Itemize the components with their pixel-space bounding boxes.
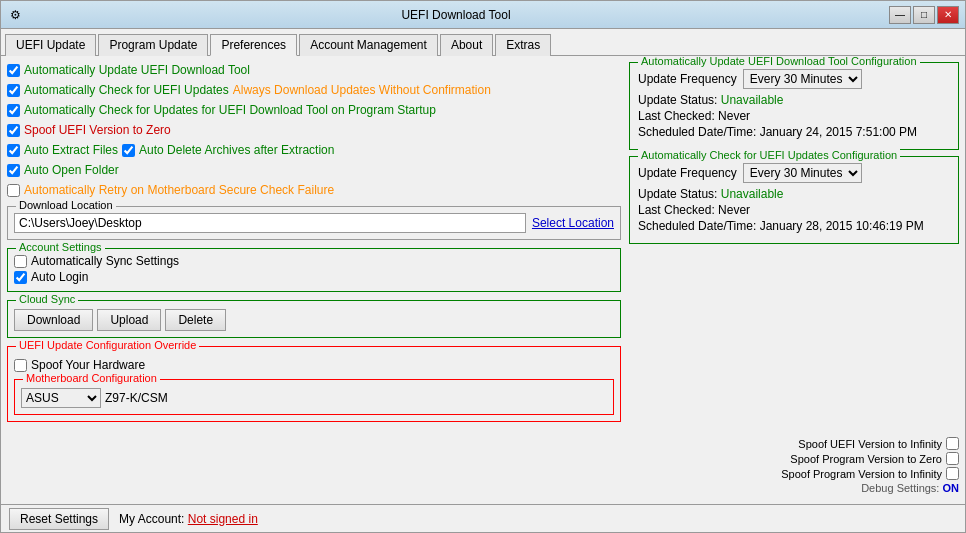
spoof-hardware-checkbox[interactable] bbox=[14, 359, 27, 372]
check-scheduled-value: January 28, 2015 10:46:19 PM bbox=[760, 219, 924, 233]
right-panel: Automatically Update UEFI Download Tool … bbox=[629, 62, 959, 498]
auto-check-uefi-config-label: Automatically Check for UEFI Updates Con… bbox=[638, 149, 900, 161]
spoof-program-zero-label: Spoof Program Version to Zero bbox=[790, 453, 942, 465]
update-status-line: Update Status: Unavailable bbox=[638, 93, 950, 107]
auto-open-label: Auto Open Folder bbox=[24, 163, 119, 177]
check-last-checked-value: Never bbox=[718, 203, 750, 217]
cloud-buttons-row: Download Upload Delete bbox=[14, 309, 614, 331]
check-status-line: Update Status: Unavailable bbox=[638, 187, 950, 201]
check-last-checked-label: Last Checked: bbox=[638, 203, 718, 217]
download-location-label: Download Location bbox=[16, 199, 116, 211]
check-freq-row: Update Frequency Every 30 Minutes bbox=[638, 163, 950, 183]
spoof-program-infinity-checkbox[interactable] bbox=[946, 467, 959, 480]
tab-preferences[interactable]: Preferences bbox=[210, 34, 297, 56]
auto-update-label: Automatically Update UEFI Download Tool bbox=[24, 63, 250, 77]
update-status-label: Update Status: bbox=[638, 93, 721, 107]
reset-settings-button[interactable]: Reset Settings bbox=[9, 508, 109, 530]
tab-uefi-update[interactable]: UEFI Update bbox=[5, 34, 96, 56]
auto-check-uefi-checkbox[interactable] bbox=[7, 84, 20, 97]
auto-login-checkbox[interactable] bbox=[14, 271, 27, 284]
auto-retry-checkbox[interactable] bbox=[7, 184, 20, 197]
debug-label: Debug Settings: bbox=[861, 482, 939, 494]
auto-retry-label: Automatically Retry on Motherboard Secur… bbox=[24, 183, 334, 197]
bottom-bar: Reset Settings My Account: Not signed in bbox=[1, 504, 965, 532]
auto-update-config-label: Automatically Update UEFI Download Tool … bbox=[638, 56, 920, 67]
auto-update-config-group: Automatically Update UEFI Download Tool … bbox=[629, 62, 959, 150]
scheduled-line: Scheduled Date/Time: January 24, 2015 7:… bbox=[638, 125, 950, 139]
check-last-checked-line: Last Checked: Never bbox=[638, 203, 950, 217]
left-panel: Automatically Update UEFI Download Tool … bbox=[7, 62, 621, 498]
window-controls: — □ ✕ bbox=[889, 6, 959, 24]
check-status-value: Unavailable bbox=[721, 187, 784, 201]
maximize-button[interactable]: □ bbox=[913, 6, 935, 24]
my-account-text: My Account: bbox=[119, 512, 184, 526]
download-button[interactable]: Download bbox=[14, 309, 93, 331]
update-freq-select[interactable]: Every 30 Minutes bbox=[743, 69, 862, 89]
app-icon: ⚙ bbox=[7, 7, 23, 23]
account-settings-group: Account Settings Automatically Sync Sett… bbox=[7, 248, 621, 292]
update-freq-label: Update Frequency bbox=[638, 72, 737, 86]
last-checked-label: Last Checked: bbox=[638, 109, 718, 123]
minimize-button[interactable]: — bbox=[889, 6, 911, 24]
bottom-left: Reset Settings My Account: Not signed in bbox=[9, 508, 258, 530]
close-button[interactable]: ✕ bbox=[937, 6, 959, 24]
tab-extras[interactable]: Extras bbox=[495, 34, 551, 56]
auto-update-checkbox[interactable] bbox=[7, 64, 20, 77]
spoof-program-zero-checkbox[interactable] bbox=[946, 452, 959, 465]
always-download-label: Always Download Updates Without Confirma… bbox=[233, 83, 491, 97]
download-location-group: Download Location Select Location bbox=[7, 206, 621, 240]
download-path-input[interactable] bbox=[14, 213, 526, 233]
scheduled-label: Scheduled Date/Time: bbox=[638, 125, 760, 139]
auto-delete-checkbox[interactable] bbox=[122, 144, 135, 157]
cloud-sync-group: Cloud Sync Download Upload Delete bbox=[7, 300, 621, 338]
auto-sync-row: Automatically Sync Settings bbox=[14, 253, 614, 269]
check-freq-select[interactable]: Every 30 Minutes bbox=[743, 163, 862, 183]
main-content: Automatically Update UEFI Download Tool … bbox=[1, 56, 965, 504]
spoof-program-infinity-label: Spoof Program Version to Infinity bbox=[781, 468, 942, 480]
auto-delete-label: Auto Delete Archives after Extraction bbox=[139, 143, 334, 157]
auto-sync-label: Automatically Sync Settings bbox=[31, 254, 179, 268]
auto-check-startup-checkbox[interactable] bbox=[7, 104, 20, 117]
select-location-link[interactable]: Select Location bbox=[532, 216, 614, 230]
auto-check-startup-row: Automatically Check for Updates for UEFI… bbox=[7, 102, 621, 118]
auto-check-uefi-label: Automatically Check for UEFI Updates bbox=[24, 83, 229, 97]
override-group: UEFI Update Configuration Override Spoof… bbox=[7, 346, 621, 422]
auto-check-uefi-config-group: Automatically Check for UEFI Updates Con… bbox=[629, 156, 959, 244]
last-checked-line: Last Checked: Never bbox=[638, 109, 950, 123]
mb-config-label: Motherboard Configuration bbox=[23, 372, 160, 384]
auto-login-label: Auto Login bbox=[31, 270, 88, 284]
auto-extract-label: Auto Extract Files bbox=[24, 143, 118, 157]
window-title: UEFI Download Tool bbox=[23, 8, 889, 22]
tab-account-management[interactable]: Account Management bbox=[299, 34, 438, 56]
spoof-uefi-infinity-label: Spoof UEFI Version to Infinity bbox=[798, 438, 942, 450]
auto-check-startup-label: Automatically Check for Updates for UEFI… bbox=[24, 103, 436, 117]
check-status-label: Update Status: bbox=[638, 187, 721, 201]
account-settings-label: Account Settings bbox=[16, 241, 105, 253]
spoof-program-infinity-row: Spoof Program Version to Infinity bbox=[781, 467, 959, 480]
override-label: UEFI Update Configuration Override bbox=[16, 339, 199, 351]
mb-model-text: Z97-K/CSM bbox=[105, 391, 168, 405]
spoof-uefi-zero-checkbox[interactable] bbox=[7, 124, 20, 137]
auto-retry-row: Automatically Retry on Motherboard Secur… bbox=[7, 182, 621, 198]
upload-button[interactable]: Upload bbox=[97, 309, 161, 331]
debug-settings: Debug Settings: ON bbox=[861, 482, 959, 494]
update-freq-row: Update Frequency Every 30 Minutes bbox=[638, 69, 950, 89]
debug-value: ON bbox=[943, 482, 960, 494]
tab-program-update[interactable]: Program Update bbox=[98, 34, 208, 56]
mb-manufacturer-select[interactable]: ASUS bbox=[21, 388, 101, 408]
auto-open-checkbox[interactable] bbox=[7, 164, 20, 177]
spoof-program-zero-row: Spoof Program Version to Zero bbox=[790, 452, 959, 465]
account-status[interactable]: Not signed in bbox=[188, 512, 258, 526]
spoof-uefi-infinity-checkbox[interactable] bbox=[946, 437, 959, 450]
spoof-uefi-infinity-row: Spoof UEFI Version to Infinity bbox=[798, 437, 959, 450]
auto-extract-checkbox[interactable] bbox=[7, 144, 20, 157]
spoof-uefi-zero-label: Spoof UEFI Version to Zero bbox=[24, 123, 171, 137]
spoof-hardware-label: Spoof Your Hardware bbox=[31, 358, 145, 372]
delete-button[interactable]: Delete bbox=[165, 309, 226, 331]
my-account-label: My Account: Not signed in bbox=[119, 512, 258, 526]
title-bar: ⚙ UEFI Download Tool — □ ✕ bbox=[1, 1, 965, 29]
main-window: ⚙ UEFI Download Tool — □ ✕ UEFI Update P… bbox=[0, 0, 966, 533]
mb-row: ASUS Z97-K/CSM bbox=[21, 388, 607, 408]
tab-about[interactable]: About bbox=[440, 34, 493, 56]
auto-sync-checkbox[interactable] bbox=[14, 255, 27, 268]
